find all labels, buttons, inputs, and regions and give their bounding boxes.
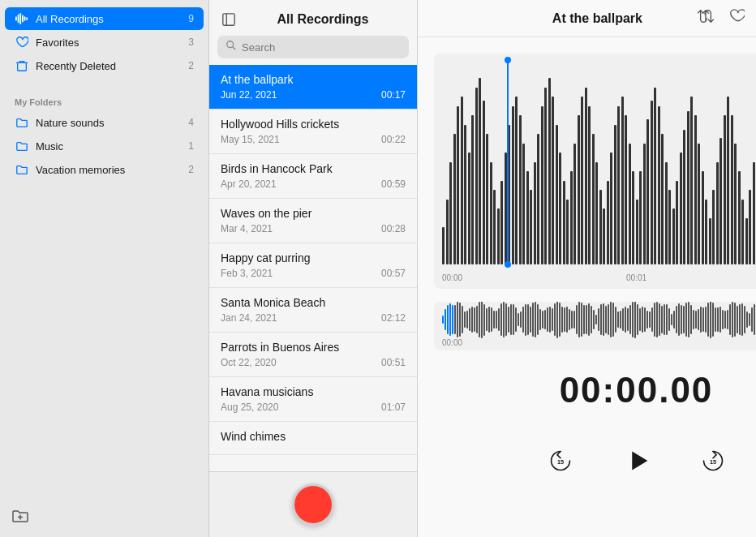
- sidebar-item-vacation-memories[interactable]: Vacation memories 2: [5, 158, 204, 181]
- record-button[interactable]: [292, 483, 334, 526]
- svg-rect-7: [223, 14, 234, 25]
- waveform-bar: [526, 171, 529, 264]
- mini-waveform-bar: [542, 311, 543, 329]
- recording-item[interactable]: Hollywood Hills crickets May 15, 2021 00…: [209, 110, 417, 154]
- skip-forward-button[interactable]: 15: [697, 445, 729, 477]
- recording-duration: 00:17: [381, 89, 406, 101]
- timeline-label-1: 00:01: [626, 273, 646, 282]
- search-input[interactable]: [242, 41, 401, 54]
- waveform-bar: [552, 97, 554, 264]
- sidebar-item-recently-deleted[interactable]: Recently Deleted 2: [5, 54, 204, 77]
- waveform-bar: [541, 106, 543, 265]
- mini-waveform-bar: [612, 303, 614, 337]
- mini-waveform-bar: [464, 311, 466, 328]
- mini-waveform-bar: [644, 307, 646, 331]
- mini-waveform-bar: [576, 305, 578, 334]
- folders-section-title: My Folders: [0, 91, 208, 110]
- waveform-bar: [724, 115, 726, 264]
- svg-text:15: 15: [556, 458, 563, 466]
- recording-item[interactable]: At the ballpark Jun 22, 2021 00:17: [209, 65, 417, 110]
- waveform-bar: [490, 162, 492, 265]
- mini-waveform-bar: [693, 310, 694, 329]
- waveform-bar: [639, 171, 642, 264]
- sidebar-item-label: All Recordings: [36, 13, 181, 25]
- waveform-bar: [556, 125, 558, 265]
- mini-waveform-bar: [462, 306, 463, 333]
- mini-waveform-bar: [629, 305, 631, 334]
- mini-waveform-bar: [513, 304, 514, 335]
- mini-waveform-bar: [481, 302, 483, 338]
- recording-duration: 02:12: [381, 312, 406, 324]
- main-waveform[interactable]: 00:00 00:01 00:02: [434, 54, 756, 289]
- mini-waveform-bar: [515, 307, 517, 333]
- play-button[interactable]: [616, 440, 658, 482]
- right-header: At the ballpark: [418, 0, 756, 37]
- search-bar[interactable]: [217, 36, 409, 58]
- mini-waveform-bar: [637, 304, 638, 334]
- sidebar-item-music[interactable]: Music 1: [5, 135, 204, 157]
- waveform-bar: [519, 115, 522, 264]
- recording-date: May 15, 2021: [221, 134, 280, 145]
- waveform-bar: [595, 162, 598, 265]
- record-footer: [209, 471, 417, 537]
- mini-waveform-bar: [532, 303, 534, 337]
- recording-item[interactable]: Santa Monica Beach Jan 24, 2021 02:12: [209, 288, 417, 333]
- sidebar-item-favorites[interactable]: Favorites 3: [5, 31, 204, 54]
- mini-waveform-bar: [668, 308, 670, 332]
- waveform-bar: [479, 78, 481, 264]
- favorite-icon[interactable]: [728, 8, 745, 28]
- mini-waveform-bar: [754, 304, 755, 335]
- recording-title: At the ballpark: [221, 73, 406, 86]
- new-folder-icon[interactable]: [11, 507, 29, 529]
- recording-item[interactable]: Waves on the pier Mar 4, 2021 00:28: [209, 199, 417, 243]
- mini-waveform-bar: [627, 308, 629, 332]
- mini-waveform-bar: [673, 311, 675, 329]
- sidebar-toggle-button[interactable]: [219, 10, 238, 29]
- mini-waveform-bar: [622, 308, 624, 332]
- mini-waveform-bar: [561, 307, 563, 333]
- mini-waveform-bar: [751, 307, 753, 332]
- waveform-bar: [741, 200, 744, 265]
- recording-item[interactable]: Parrots in Buenos Aires Oct 22, 2020 00:…: [209, 333, 417, 377]
- mini-waveform-bar: [664, 304, 665, 336]
- waveform-area: 00:00 00:01 00:02 00:00 00:17 00:00.00 1…: [418, 37, 756, 537]
- mini-waveform-bar: [737, 306, 738, 333]
- mini-waveform-bar: [571, 311, 573, 329]
- skip-back-button[interactable]: 15: [544, 445, 577, 477]
- recording-item[interactable]: Havana musicians Aug 25, 2020 01:07: [209, 377, 417, 422]
- record-btn-inner: [300, 492, 326, 518]
- sidebar-item-all-recordings[interactable]: All Recordings 9: [5, 7, 204, 30]
- sidebar-item-label: Favorites: [36, 37, 181, 49]
- mini-waveform-bar: [719, 307, 721, 332]
- recording-item[interactable]: Wind chimes: [209, 422, 417, 455]
- mini-waveform-bar: [608, 304, 609, 335]
- mini-waveform-bar: [724, 311, 726, 329]
- sidebar-footer: [0, 499, 208, 537]
- svg-rect-1: [18, 15, 19, 24]
- waveform-bar: [449, 162, 452, 265]
- share-icon[interactable]: [698, 8, 714, 28]
- waveform-icon: [15, 11, 29, 26]
- mini-waveform[interactable]: 00:00 00:17: [434, 302, 756, 350]
- timeline-label-0: 00:00: [442, 273, 462, 282]
- recording-duration: 00:28: [381, 223, 406, 234]
- recording-item[interactable]: Birds in Hancock Park Apr 20, 2021 00:59: [209, 154, 417, 199]
- mini-waveform-bar: [656, 302, 658, 337]
- waveform-bar: [719, 138, 722, 264]
- waveform-bar: [680, 153, 682, 264]
- sidebar-item-badge: 1: [181, 140, 194, 152]
- waveform-bar: [464, 125, 466, 265]
- recording-item[interactable]: Happy cat purring Feb 3, 2021 00:57: [209, 243, 417, 288]
- sidebar-item-nature-sounds[interactable]: Nature sounds 4: [5, 111, 204, 134]
- recording-date: Jan 24, 2021: [221, 312, 277, 324]
- mini-waveform-bar: [605, 306, 607, 333]
- waveform-bar: [651, 101, 653, 264]
- recording-date: Jun 22, 2021: [221, 89, 277, 101]
- sidebar: All Recordings 9 Favorites 3 Recently De…: [0, 0, 209, 537]
- mini-waveform-bar: [508, 307, 509, 333]
- mini-waveform-bar: [646, 311, 648, 329]
- waveform-bar: [625, 115, 627, 264]
- mini-waveform-bar: [552, 308, 553, 332]
- mini-waveform-bar: [661, 306, 663, 333]
- svg-rect-5: [26, 17, 28, 20]
